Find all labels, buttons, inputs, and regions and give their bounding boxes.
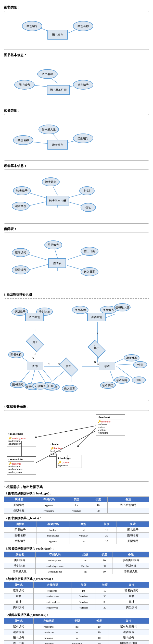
table-row: 类别编号 typeno int 10 图书类别编号 (4, 502, 149, 508)
section6-title: 3.画出数据库E-R图 (4, 292, 149, 297)
section2-title: 图书基本信息： (4, 53, 149, 57)
er-reader: 读者 (99, 362, 115, 370)
svg-line-43 (37, 370, 46, 384)
rel-books: t books 🔑 bookno bookname typeno (49, 441, 78, 457)
label-n2: N (58, 363, 60, 366)
rect-book-basic: 图书基本注册 (47, 85, 70, 95)
section8-title: 5.根据需求，给出数据字典 (4, 485, 149, 489)
label-1b: 1 (94, 345, 95, 347)
diagram-book-info: 图书名称 图书编号 类别编号 图书基本注册 (4, 59, 149, 105)
table-row: 图书名称 bookname Varchar 30 图书名称 (4, 533, 149, 538)
table-row: 读者编号 readerno int 10 读者编号 (4, 629, 149, 635)
label-n1: N (32, 357, 34, 360)
rel-rt-lend: lendnumber (8, 442, 34, 445)
rel-lb-book: bookno (98, 426, 123, 429)
table-lendbook: 属性名 存储代码 类型 长度 备注 记录编号 recordno int 10 记… (4, 618, 149, 644)
table-row: 图书编号 bookno int 10 图书编号 (4, 527, 149, 533)
ellipse-readerno3: 读者编号 (12, 248, 30, 257)
t2-h4: 长度 (97, 521, 117, 527)
t2-h2: 存储代码 (36, 521, 70, 527)
table1-title: 1.图书类别数据字典(t_booktype)： (6, 491, 149, 496)
ellipse-returndate: 送入日期 (81, 267, 98, 276)
ellipse-reader-cat: 读者类别 (12, 202, 30, 211)
rel-ri-pk: 🔑 readerno (8, 462, 34, 465)
table2-title: 2.图书数据字典(t_books)： (6, 516, 149, 520)
table-booktype: 属性名 存储代码 类型 长度 备注 类别编号 typeno int 10 图书类… (4, 496, 149, 514)
ellipse-recordno: 记录编号 (12, 265, 30, 274)
table-row: 记录编号 recordno int 10 记录对应编号 (4, 624, 149, 629)
table-row: 图书编号 bookno int 10 图书编号 (4, 635, 149, 641)
ellipse-maxborrow: 借书最大量 (39, 125, 59, 134)
rect-reader-basic: 读者基本注册 (46, 196, 69, 205)
rel-lendbook: t lendbook 🔑 recordno readerno bookno le… (96, 414, 125, 435)
rel-lb-pk: 🔑 recordno (98, 420, 123, 423)
table-row: 类型编号 typeno int 10 类型编号 (4, 538, 149, 544)
t1-h1: 属性名 (4, 497, 34, 502)
er-reader-name: 读者姓名 (124, 354, 139, 361)
table-row: 借出日期 lendtime datetime 30 图书借出日期 (4, 641, 149, 644)
table-row: 住址 readeraddress Varchar 30 住址 (4, 599, 149, 605)
er-address: 住址 (132, 376, 146, 384)
ellipse-address: 住址 (81, 203, 96, 212)
section3-title: 读者类别： (4, 108, 149, 113)
table3-title: 3.读者类别数据字典(t_readertype)： (6, 546, 149, 551)
rel-bt-name: typename (58, 464, 80, 467)
table-row: 姓名 readername Varchar 30 姓名 (4, 593, 149, 599)
t2-h5: 备注 (117, 521, 149, 527)
er-gender: 性别 (133, 361, 147, 368)
section5-title: 借阅表： (4, 227, 149, 231)
ellipse-bookno2: 图书编号 (44, 240, 62, 249)
svg-text:1: 1 (97, 332, 98, 335)
svg-text:N: N (48, 363, 49, 366)
section4-title: 读者基本信息： (4, 164, 149, 168)
table-row: 类型名称 typename Varchar 30 (4, 508, 149, 514)
ellipse-bookname: 图书名称 (37, 69, 58, 79)
ellipse-reader-name: 读者姓名 (42, 177, 60, 186)
rel-rt-name: readername (8, 440, 34, 442)
diagram-reader-type: 借书最大量 类别名称 类别编号 读者类别 (4, 114, 149, 161)
rect-reader-type: 读者类别 (47, 140, 68, 150)
t1-h3: 类型 (64, 497, 89, 502)
table-row: 类别编号 readertypeno int 10 读者类别编号 (4, 557, 149, 563)
diamond-belongs1: 属于 (27, 338, 43, 348)
diagram-rel: t readertype 🔑 readertypeno readername l… (4, 410, 149, 482)
er-bookno: 图书编号 (10, 381, 26, 388)
rel-ri-name: readername (8, 465, 34, 468)
ellipse-gender: 性别 (79, 186, 95, 195)
table-row: 类别名称 readertypename Varchar 30 类别名称 (4, 563, 149, 569)
ellipse-bookno: 图书编号 (14, 80, 35, 90)
er-readertype: 读者类别 (87, 313, 106, 321)
t1-h2: 存储代码 (34, 497, 64, 502)
rel-lb-return: returntime (98, 431, 123, 434)
rel-lb-lend: lendtime (98, 429, 123, 431)
section7-title: 4.数据表关系图： (4, 404, 149, 409)
rect-lend: 借阅表 (48, 258, 66, 268)
diagram-book-category: 类别编号 类别名称 图书类别 (4, 11, 149, 50)
svg-text:1: 1 (34, 329, 36, 332)
rel-bt-pk: 🔑 typeno (58, 461, 80, 464)
rel-booktype: t booktype 🔑 typeno typename (56, 455, 82, 468)
svg-line-42 (31, 370, 35, 384)
table-readertype: 属性名 存储代码 类型 长度 备注 类别编号 readertypeno int … (4, 552, 149, 574)
svg-line-36 (117, 366, 132, 378)
table-row: 类别编号 readertype Varchar 30 类型编号 (4, 605, 149, 610)
section1-title: 图书类别： (4, 5, 149, 10)
ellipse-catno3: 类别编号 (73, 133, 93, 143)
table5-title: 5.借阅表数据字典(t_lendbook)： (6, 613, 149, 617)
table-books: 属性名 存储代码 类型 长度 备注 图书编号 bookno int 10 图书编… (4, 521, 149, 544)
er-reader-type2: 读者类型 (100, 382, 116, 389)
rel-lb-reader: readerno (98, 423, 123, 426)
diagram-er: 1 N 1 N N N (4, 298, 149, 401)
er-maxborrow: 借书最大量 (114, 303, 131, 311)
er-booktype: 图书类别 (25, 313, 44, 321)
er-recordno: 记录编号 (32, 382, 48, 390)
rel-ri-title: t readerinfo (8, 458, 34, 461)
rel-readertype: t readertype 🔑 readertypeno readername l… (7, 431, 36, 446)
diagram-reader-info: 读者姓名 读者编号 性别 读者基本注册 读者类别 住址 (4, 169, 149, 224)
er-reader-no: 读者编号 (114, 376, 130, 384)
er-borrowdate: 借入日期 (62, 385, 78, 392)
er-readertype-name: 类别名称 (72, 306, 88, 314)
t1-h5: 备注 (107, 497, 149, 502)
table-row: 读者编号 readerno int 10 读者的编号 (4, 588, 149, 593)
rel-books-title: t books (50, 442, 76, 446)
